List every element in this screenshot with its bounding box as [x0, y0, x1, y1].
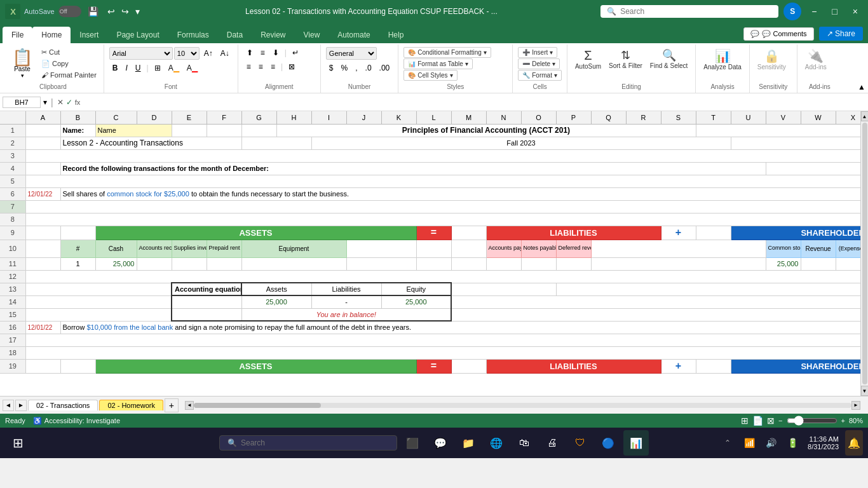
- row-num-3[interactable]: 3: [0, 149, 25, 162]
- sheet-nav-left[interactable]: ◄: [3, 400, 14, 411]
- cell-F11[interactable]: [207, 257, 241, 270]
- cell-Q10[interactable]: Deferred revenue: [556, 240, 591, 257]
- tab-page-layout[interactable]: Page Layout: [107, 27, 168, 43]
- row-num-4[interactable]: 4: [0, 162, 25, 175]
- ribbon-collapse[interactable]: ▲: [858, 83, 865, 92]
- cut-button[interactable]: ✂ Cut: [39, 47, 98, 58]
- cell-A6[interactable]: 12/01/22: [25, 187, 60, 200]
- quick-access-button[interactable]: ▾: [133, 5, 142, 18]
- col-header-I[interactable]: I: [311, 111, 346, 124]
- wifi-icon[interactable]: 📶: [740, 430, 758, 456]
- battery-icon[interactable]: 🔋: [783, 430, 801, 456]
- paste-button[interactable]: 📋 Paste ▾: [8, 47, 37, 81]
- cs-dropdown[interactable]: ▾: [450, 72, 453, 79]
- col-header-O[interactable]: O: [521, 111, 556, 124]
- notification-button[interactable]: 🔔: [845, 430, 863, 456]
- tab-automate[interactable]: Automate: [329, 27, 379, 43]
- col-header-J[interactable]: J: [346, 111, 381, 124]
- taskbar-search-bar[interactable]: 🔍: [219, 435, 397, 451]
- tab-home[interactable]: Home: [32, 27, 71, 43]
- col-header-L[interactable]: L: [416, 111, 451, 124]
- undo-button[interactable]: ↩: [105, 5, 118, 18]
- comma-button[interactable]: ,: [352, 62, 360, 74]
- cell-Z11[interactable]: [836, 257, 860, 270]
- task-view-button[interactable]: ⬛: [400, 430, 425, 456]
- col-header-A[interactable]: A: [25, 111, 60, 124]
- font-size-select[interactable]: 10: [174, 47, 200, 60]
- align-left-button[interactable]: ≡: [243, 61, 254, 72]
- cell-B11[interactable]: 1: [60, 257, 95, 270]
- formula-input[interactable]: [83, 97, 865, 108]
- row-num-10[interactable]: 10: [0, 240, 25, 257]
- col-header-E[interactable]: E: [172, 111, 207, 124]
- file-explorer-button[interactable]: 📁: [456, 430, 481, 456]
- cell-D10[interactable]: Accounts receivable: [137, 240, 172, 257]
- row-num-1[interactable]: 1: [0, 124, 25, 137]
- page-break-view-button[interactable]: ⊠: [767, 416, 775, 426]
- underline-button[interactable]: U: [132, 62, 144, 74]
- cell-O11[interactable]: [486, 257, 521, 270]
- cell-B4[interactable]: Record the following transactions for th…: [60, 162, 766, 175]
- row-num-11[interactable]: 11: [0, 257, 25, 270]
- cell-A9[interactable]: [25, 226, 60, 240]
- cell-Y10[interactable]: Revenue: [801, 240, 836, 257]
- insert-dropdown[interactable]: ▾: [550, 49, 553, 56]
- cell-Q11[interactable]: [556, 257, 591, 270]
- edge-button[interactable]: 🌐: [484, 430, 509, 456]
- zoom-plus[interactable]: +: [841, 417, 845, 424]
- col-header-N[interactable]: N: [486, 111, 521, 124]
- cell-B2[interactable]: Lesson 2 - Accounting Transactions: [60, 137, 241, 149]
- cell-B16[interactable]: Borrow $10,000 from the local bank and s…: [60, 321, 860, 334]
- tab-formulas[interactable]: Formulas: [168, 27, 218, 43]
- conditional-formatting-button[interactable]: 🎨 Conditional Formatting ▾: [403, 47, 491, 58]
- redo-button[interactable]: ↪: [119, 5, 132, 18]
- row-num-16[interactable]: 16: [0, 321, 25, 334]
- share-button[interactable]: ↗ Share: [819, 27, 863, 41]
- row-num-17[interactable]: 17: [0, 334, 25, 346]
- cell-B1[interactable]: Name:: [60, 124, 95, 137]
- italic-button[interactable]: I: [122, 62, 130, 74]
- comments-button[interactable]: 💬 💬 Comments: [743, 27, 813, 41]
- cell-fall[interactable]: Fall 2023: [311, 137, 731, 149]
- cancel-formula-button[interactable]: ✕: [57, 98, 64, 107]
- cell-title[interactable]: Principles of Financial Accounting (ACCT…: [276, 124, 696, 137]
- bold-button[interactable]: B: [109, 62, 121, 74]
- taskbar-search-input[interactable]: [241, 438, 368, 447]
- tab-view[interactable]: View: [295, 27, 329, 43]
- close-button[interactable]: ×: [848, 5, 863, 18]
- row-num-12[interactable]: 12: [0, 270, 25, 283]
- number-format-select[interactable]: General: [326, 47, 377, 60]
- cf-dropdown[interactable]: ▾: [484, 49, 487, 56]
- clock-button[interactable]: 11:36 AM 8/31/2023: [805, 434, 841, 452]
- save-button[interactable]: 💾: [85, 5, 101, 18]
- autosave-toggle[interactable]: Off: [58, 6, 81, 17]
- normal-view-button[interactable]: ⊞: [741, 416, 749, 426]
- cell-E10[interactable]: Supplies inventory: [172, 240, 207, 257]
- tab-insert[interactable]: Insert: [71, 27, 107, 43]
- cell-B9[interactable]: [60, 226, 95, 240]
- format-painter-button[interactable]: 🖌 Format Painter: [39, 70, 98, 80]
- zoom-minus[interactable]: −: [778, 417, 782, 424]
- row-num-15[interactable]: 15: [0, 308, 25, 321]
- cell-B6[interactable]: Sell shares of common stock for $25,000 …: [60, 187, 860, 200]
- row-num-6[interactable]: 6: [0, 187, 25, 200]
- sheet-tab-homework[interactable]: 02 - Homework: [99, 400, 163, 410]
- tab-review[interactable]: Review: [252, 27, 294, 43]
- delete-button[interactable]: ➖ Delete ▾: [518, 58, 560, 69]
- tab-data[interactable]: Data: [218, 27, 252, 43]
- col-header-C[interactable]: C: [95, 111, 137, 124]
- format-button[interactable]: 🔧 Format ▾: [518, 70, 562, 81]
- horizontal-scroll-track[interactable]: [194, 403, 851, 408]
- add-sheet-button[interactable]: +: [165, 398, 179, 412]
- cell-A2[interactable]: [25, 137, 60, 149]
- insert-function-button[interactable]: fx: [75, 98, 81, 106]
- cell-X11[interactable]: 25,000: [766, 257, 801, 270]
- scroll-left-button[interactable]: ◄: [185, 401, 194, 410]
- decrease-decimal-button[interactable]: .0: [362, 62, 375, 74]
- col-header-S[interactable]: S: [661, 111, 696, 124]
- align-right-button[interactable]: ≡: [268, 61, 278, 72]
- cell-X10[interactable]: Common stock: [766, 240, 801, 257]
- chrome-button[interactable]: 🔵: [595, 430, 621, 456]
- cell-P11[interactable]: [521, 257, 556, 270]
- cell-styles-button[interactable]: 🎨 Cell Styles ▾: [403, 70, 457, 81]
